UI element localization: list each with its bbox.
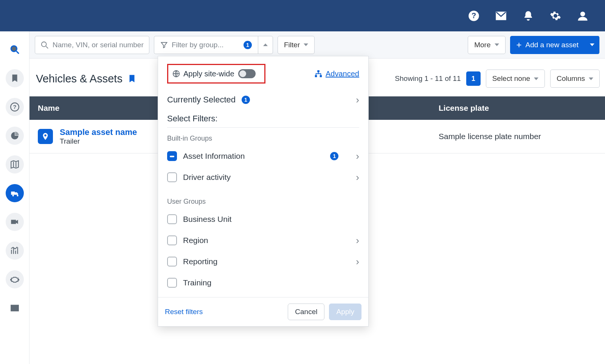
chevron-right-icon: [356, 235, 359, 245]
search-input[interactable]: [53, 41, 144, 49]
help-icon[interactable]: ?: [468, 10, 479, 22]
reports-icon[interactable]: [6, 127, 24, 145]
checkbox[interactable]: [167, 257, 177, 266]
svg-text:?: ?: [472, 11, 476, 20]
filter-option-label: Reporting: [183, 257, 350, 266]
gear-icon[interactable]: [550, 10, 561, 22]
page-number[interactable]: 1: [466, 71, 481, 86]
vehicles-icon[interactable]: [6, 184, 24, 202]
add-asset-caret[interactable]: [585, 36, 600, 54]
filter-option-label: Asset Information: [183, 152, 324, 161]
engine-icon[interactable]: [6, 270, 24, 288]
filter-option[interactable]: Asset Information 1: [167, 146, 359, 167]
svg-point-4: [11, 46, 17, 51]
currently-selected-label: Currently Selected: [167, 95, 236, 105]
left-nav: ?: [0, 31, 29, 364]
dropdown-footer: Reset filters Cancel Apply: [158, 297, 368, 326]
svg-rect-14: [320, 75, 322, 77]
pin-icon: [38, 129, 53, 144]
caret-down-icon: [495, 43, 499, 46]
user-groups-label: User Groups: [167, 198, 359, 206]
chevron-right-icon: [356, 257, 359, 266]
inbox-icon[interactable]: [6, 299, 24, 317]
add-asset-label: Add a new asset: [526, 41, 579, 49]
search-icon: [40, 41, 49, 49]
global-search-icon[interactable]: [6, 40, 24, 59]
add-asset-button[interactable]: + Add a new asset: [510, 36, 585, 54]
filter-label: Filter: [284, 41, 300, 49]
caret-down-icon: [589, 77, 593, 80]
svg-point-3: [580, 11, 585, 16]
svg-rect-13: [315, 75, 317, 77]
user-icon[interactable]: [577, 10, 588, 22]
filter-option-label: Region: [183, 236, 350, 245]
more-button[interactable]: More: [468, 36, 505, 54]
apply-site-wide-row[interactable]: Apply site-wide: [167, 64, 265, 84]
chevron-right-icon: [356, 151, 359, 161]
filter-option[interactable]: Region: [167, 230, 359, 251]
filter-dropdown: Apply site-wide Advanced Currently Selec…: [158, 56, 369, 327]
filter-group-placeholder: Filter by group...: [172, 41, 240, 49]
apply-site-wide-label: Apply site-wide: [183, 70, 234, 78]
select-none-button[interactable]: Select none: [486, 70, 545, 88]
bell-icon[interactable]: [523, 10, 534, 22]
map-icon[interactable]: [6, 155, 24, 173]
bookmark-icon[interactable]: [6, 69, 24, 87]
toolbar: Filter by group... 1 Filter More + Add a…: [29, 31, 605, 59]
reset-filters-link[interactable]: Reset filters: [165, 308, 203, 316]
plus-icon: +: [517, 40, 522, 50]
top-bar: ?: [0, 0, 605, 31]
select-none-label: Select none: [492, 74, 530, 83]
caret-down-icon: [534, 77, 538, 80]
filter-icon: [160, 41, 168, 49]
checkbox[interactable]: [167, 278, 177, 288]
asset-name: Sample asset name: [60, 127, 137, 137]
filter-group-caret[interactable]: [258, 36, 273, 54]
add-asset-group: + Add a new asset: [510, 36, 600, 54]
caret-down-icon: [304, 43, 308, 46]
caret-down-icon: [590, 43, 594, 46]
filter-option[interactable]: Business Unit: [167, 209, 359, 230]
filter-option-label: Training: [183, 278, 359, 287]
cell-license: Sample license plate number: [430, 124, 605, 149]
advanced-label: Advanced: [326, 70, 359, 78]
advanced-link[interactable]: Advanced: [314, 70, 359, 78]
caret-up-icon: [263, 43, 268, 46]
divider: [167, 127, 359, 128]
builtin-groups-label: Built-in Groups: [167, 135, 359, 143]
columns-button[interactable]: Columns: [550, 70, 600, 88]
checkbox-indeterminate[interactable]: [167, 151, 177, 161]
svg-text:?: ?: [13, 104, 16, 110]
currently-selected-row[interactable]: Currently Selected 1: [167, 88, 359, 112]
cancel-button[interactable]: Cancel: [288, 304, 324, 320]
more-label: More: [474, 41, 490, 49]
mail-icon[interactable]: [495, 10, 507, 22]
hierarchy-icon: [314, 70, 323, 78]
checkbox[interactable]: [167, 235, 177, 245]
svg-point-9: [42, 42, 47, 46]
filter-option[interactable]: Training: [167, 272, 359, 293]
checkbox[interactable]: [167, 214, 177, 224]
filter-option-count: 1: [330, 152, 338, 160]
currently-selected-count: 1: [242, 96, 250, 104]
chevron-right-icon: [356, 95, 359, 105]
page-title: Vehicles & Assets: [36, 73, 137, 85]
filter-option[interactable]: Reporting: [167, 251, 359, 272]
filter-button[interactable]: Filter: [278, 36, 315, 54]
page-title-text: Vehicles & Assets: [36, 73, 123, 85]
checkbox[interactable]: [167, 172, 177, 182]
camera-icon[interactable]: [6, 213, 24, 231]
th-license[interactable]: License plate: [430, 104, 605, 113]
filter-group-button[interactable]: Filter by group... 1: [154, 36, 258, 54]
apply-button[interactable]: Apply: [329, 304, 361, 320]
columns-label: Columns: [557, 74, 585, 83]
chevron-right-icon: [356, 172, 359, 182]
filter-group-count: 1: [244, 41, 252, 49]
bookmark-icon[interactable]: [127, 74, 137, 84]
site-wide-toggle[interactable]: [238, 69, 256, 78]
filter-option[interactable]: Driver activity: [167, 167, 359, 188]
analytics-icon[interactable]: [6, 242, 24, 260]
help-nav-icon[interactable]: ?: [6, 98, 24, 116]
search-box[interactable]: [35, 36, 149, 54]
showing-text: Showing 1 - 11 of 11: [395, 74, 461, 83]
